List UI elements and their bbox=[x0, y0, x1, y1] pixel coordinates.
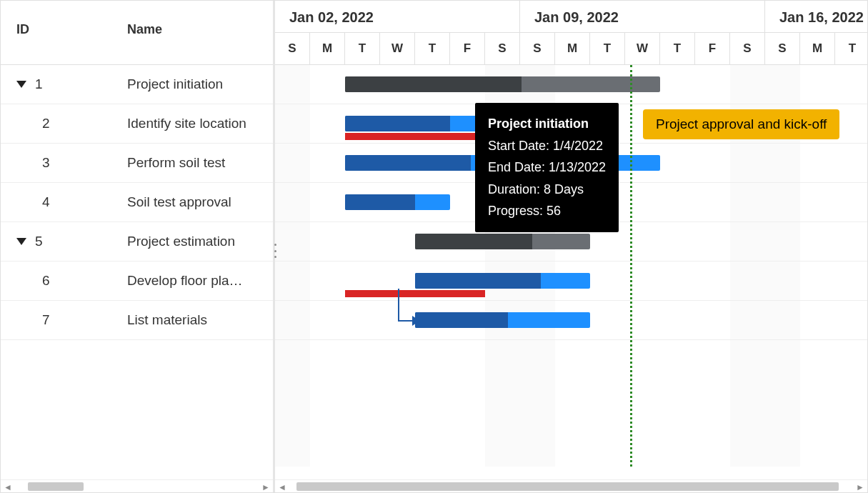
task-name-cell[interactable]: Develop floor pla… bbox=[111, 273, 273, 289]
timeline-day-label: W bbox=[380, 33, 415, 64]
timeline-weeks-row: Jan 02, 2022Jan 09, 2022Jan 16, 2022 bbox=[275, 1, 867, 32]
timeline-header: Jan 02, 2022Jan 09, 2022Jan 16, 2022 SMT… bbox=[275, 1, 867, 65]
gantt-task-bar[interactable] bbox=[415, 312, 590, 328]
task-grid-panel: ID Name 1Project initiation2Identify sit… bbox=[1, 1, 275, 492]
timeline-day-label: S bbox=[275, 33, 310, 64]
task-id-text: 5 bbox=[35, 234, 43, 249]
gantt-task-bar[interactable] bbox=[345, 116, 485, 131]
timeline-row[interactable] bbox=[275, 262, 867, 301]
gantt-progress-fill bbox=[415, 273, 541, 289]
task-id-text: 2 bbox=[42, 116, 50, 131]
timeline-day-label: M bbox=[310, 33, 345, 64]
timeline-day-label: S bbox=[730, 33, 765, 64]
tooltip-line: Progress: 56 bbox=[488, 200, 606, 222]
collapse-icon[interactable] bbox=[16, 238, 26, 245]
gantt-progress-fill bbox=[415, 234, 532, 249]
event-marker-label[interactable]: Project approval and kick-off bbox=[643, 109, 839, 139]
gantt-progress-fill bbox=[345, 155, 471, 171]
task-row[interactable]: 1Project initiation bbox=[1, 65, 273, 104]
timeline-panel: Jan 02, 2022Jan 09, 2022Jan 16, 2022 SMT… bbox=[275, 1, 867, 492]
task-name-cell[interactable]: Soil test approval bbox=[111, 194, 273, 210]
timeline-day-label: W bbox=[625, 33, 660, 64]
gantt-task-bar[interactable] bbox=[345, 194, 450, 210]
gantt-progress-fill bbox=[345, 116, 450, 131]
collapse-icon[interactable] bbox=[16, 81, 26, 88]
timeline-day-label: F bbox=[695, 33, 730, 64]
timeline-body[interactable]: Project approval and kick-offProject ini… bbox=[275, 65, 867, 479]
splitter-handle[interactable] bbox=[271, 244, 279, 258]
task-id-text: 7 bbox=[42, 312, 50, 328]
column-header-id[interactable]: ID bbox=[1, 1, 111, 64]
gantt-summary-bar[interactable] bbox=[415, 234, 590, 249]
timeline-day-label: S bbox=[520, 33, 555, 64]
gantt-task-bar[interactable] bbox=[415, 273, 590, 289]
gantt-progress-fill bbox=[415, 312, 508, 328]
task-row[interactable]: 7List materials bbox=[1, 301, 273, 340]
task-row[interactable]: 2Identify site location bbox=[1, 104, 273, 144]
task-name-cell[interactable]: Perform soil test bbox=[111, 155, 273, 171]
dependency-arrow-icon bbox=[412, 316, 420, 326]
task-row[interactable]: 5Project estimation bbox=[1, 222, 273, 262]
gantt-container: ID Name 1Project initiation2Identify sit… bbox=[0, 0, 868, 493]
tooltip-title: Project initiation bbox=[488, 113, 606, 135]
tooltip-line: Start Date: 1/4/2022 bbox=[488, 135, 606, 157]
task-id-text: 4 bbox=[42, 194, 50, 210]
scroll-left-icon[interactable]: ◄ bbox=[4, 482, 12, 492]
task-row[interactable]: 6Develop floor pla… bbox=[1, 262, 273, 301]
scroll-right-icon[interactable]: ► bbox=[856, 482, 864, 492]
timeline-day-label: S bbox=[485, 33, 520, 64]
timeline-day-label: F bbox=[450, 33, 485, 64]
task-id-cell[interactable]: 6 bbox=[1, 273, 111, 289]
timeline-row[interactable] bbox=[275, 301, 867, 340]
scrollbar-thumb[interactable] bbox=[296, 482, 839, 491]
scroll-left-icon[interactable]: ◄ bbox=[278, 482, 286, 492]
task-id-text: 6 bbox=[42, 273, 50, 289]
task-id-text: 3 bbox=[42, 155, 50, 171]
timeline-day-label: T bbox=[345, 33, 380, 64]
dependency-line bbox=[398, 320, 414, 322]
today-marker-line bbox=[630, 65, 632, 467]
horizontal-scrollbar-left[interactable]: ◄ ► bbox=[1, 479, 273, 492]
timeline-day-label: T bbox=[835, 33, 867, 64]
timeline-day-label: S bbox=[765, 33, 800, 64]
timeline-week-label: Jan 02, 2022 bbox=[275, 1, 520, 32]
task-name-cell[interactable]: List materials bbox=[111, 312, 273, 328]
timeline-week-label: Jan 16, 2022 bbox=[765, 1, 867, 32]
tooltip-line: End Date: 1/13/2022 bbox=[488, 156, 606, 179]
gantt-baseline-bar bbox=[345, 290, 485, 297]
timeline-days-row: SMTWTFSSMTWTFSSMT bbox=[275, 32, 867, 64]
dependency-line bbox=[398, 289, 399, 320]
task-name-cell[interactable]: Project initiation bbox=[111, 76, 273, 92]
task-id-text: 1 bbox=[35, 76, 43, 92]
task-grid-body: 1Project initiation2Identify site locati… bbox=[1, 65, 273, 479]
timeline-day-label: T bbox=[415, 33, 450, 64]
timeline-day-label: M bbox=[555, 33, 590, 64]
timeline-day-label: T bbox=[590, 33, 625, 64]
timeline-week-label: Jan 09, 2022 bbox=[520, 1, 765, 32]
task-row[interactable]: 3Perform soil test bbox=[1, 144, 273, 183]
task-id-cell[interactable]: 5 bbox=[1, 234, 111, 249]
timeline-day-label: M bbox=[800, 33, 835, 64]
gantt-progress-fill bbox=[345, 76, 522, 92]
tooltip-line: Duration: 8 Days bbox=[488, 179, 606, 201]
column-header-name[interactable]: Name bbox=[111, 1, 273, 64]
horizontal-scrollbar-right[interactable]: ◄ ► bbox=[275, 479, 867, 492]
task-name-cell[interactable]: Project estimation bbox=[111, 234, 273, 249]
task-id-cell[interactable]: 3 bbox=[1, 155, 111, 171]
task-id-cell[interactable]: 4 bbox=[1, 194, 111, 210]
task-name-cell[interactable]: Identify site location bbox=[111, 116, 273, 131]
gantt-progress-fill bbox=[345, 194, 415, 210]
task-grid-header: ID Name bbox=[1, 1, 273, 65]
timeline-row[interactable] bbox=[275, 65, 867, 104]
task-id-cell[interactable]: 7 bbox=[1, 312, 111, 328]
task-id-cell[interactable]: 2 bbox=[1, 116, 111, 131]
scroll-right-icon[interactable]: ► bbox=[261, 482, 270, 492]
task-tooltip: Project initiationStart Date: 1/4/2022En… bbox=[475, 103, 619, 232]
timeline-day-label: T bbox=[660, 33, 695, 64]
gantt-summary-bar[interactable] bbox=[345, 76, 660, 92]
task-id-cell[interactable]: 1 bbox=[1, 76, 111, 92]
task-row[interactable]: 4Soil test approval bbox=[1, 183, 273, 222]
scrollbar-thumb[interactable] bbox=[28, 482, 84, 491]
